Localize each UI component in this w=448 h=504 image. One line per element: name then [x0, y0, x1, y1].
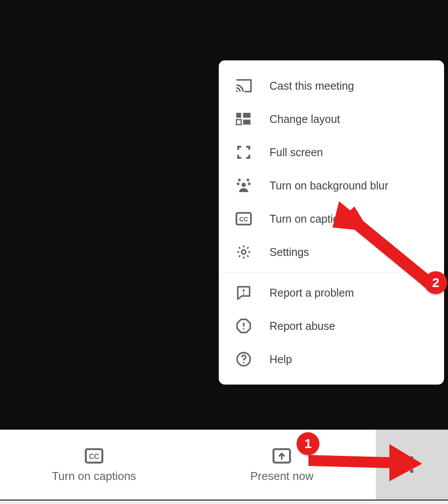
menu-item-label: Turn on background blur	[270, 179, 388, 192]
menu-item-blur[interactable]: Turn on background blur	[219, 169, 444, 202]
cc-icon: CC	[84, 447, 104, 465]
feedback-icon	[234, 285, 253, 301]
abuse-icon	[234, 318, 253, 334]
help-icon	[234, 351, 253, 367]
menu-separator	[219, 272, 444, 273]
meeting-toolbar: CC Turn on captions Present now	[0, 430, 448, 500]
toolbar-present-button[interactable]: Present now	[188, 430, 376, 500]
toolbar-captions-button[interactable]: CC Turn on captions	[0, 430, 188, 500]
svg-rect-2	[236, 119, 241, 124]
svg-point-8	[242, 250, 246, 254]
svg-point-12	[243, 328, 244, 329]
menu-item-label: Full screen	[270, 146, 323, 159]
menu-item-label: Cast this meeting	[270, 80, 354, 92]
cc-icon: CC	[234, 212, 253, 226]
svg-point-14	[243, 362, 244, 364]
menu-item-label: Report abuse	[270, 320, 335, 332]
menu-item-fullscreen[interactable]: Full screen	[219, 136, 444, 169]
menu-item-captions[interactable]: CC Turn on captions	[219, 202, 444, 235]
menu-item-settings[interactable]: Settings	[219, 235, 444, 269]
cast-icon	[234, 78, 253, 93]
gear-icon	[234, 244, 253, 260]
annotation-badge-1: 1	[297, 432, 319, 455]
svg-point-5	[242, 183, 246, 187]
more-options-menu: Cast this meeting Change layout Full scr…	[219, 60, 444, 385]
menu-item-cast[interactable]: Cast this meeting	[219, 69, 444, 102]
menu-item-label: Turn on captions	[270, 213, 350, 225]
menu-item-help[interactable]: Help	[219, 343, 444, 376]
present-icon	[272, 447, 291, 465]
svg-rect-4	[243, 119, 251, 124]
svg-point-10	[243, 293, 244, 294]
svg-point-0	[236, 90, 238, 92]
menu-item-report-abuse[interactable]: Report abuse	[219, 309, 444, 343]
menu-item-report-problem[interactable]: Report a problem	[219, 276, 444, 309]
toolbar-captions-label: Turn on captions	[52, 469, 136, 483]
toolbar-more-options-button[interactable]	[376, 430, 448, 500]
menu-item-layout[interactable]: Change layout	[219, 102, 444, 136]
more-vert-icon	[410, 456, 414, 473]
menu-item-label: Change layout	[270, 113, 340, 126]
menu-item-label: Help	[270, 353, 292, 366]
layout-icon	[234, 112, 253, 126]
svg-text:CC: CC	[89, 452, 99, 460]
annotation-badge-2: 2	[424, 271, 447, 294]
svg-text:CC: CC	[239, 216, 248, 223]
fullscreen-icon	[234, 145, 253, 160]
toolbar-present-label: Present now	[250, 469, 314, 483]
svg-rect-3	[243, 113, 251, 118]
svg-rect-1	[236, 113, 241, 118]
blur-icon	[234, 178, 253, 193]
menu-item-label: Settings	[270, 246, 309, 259]
menu-item-label: Report a problem	[270, 287, 354, 299]
